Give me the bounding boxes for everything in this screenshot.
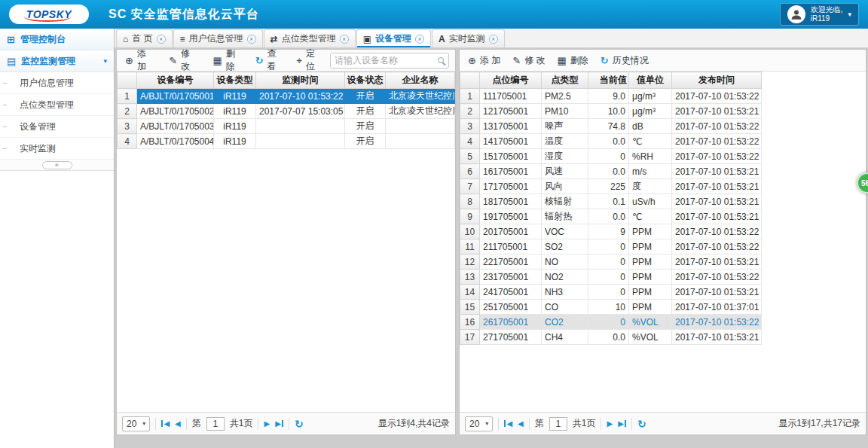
cell[interactable]: VOC xyxy=(542,224,588,239)
cell[interactable]: 2017-07-10 01:53:22 xyxy=(256,89,345,104)
search-input[interactable] xyxy=(331,55,438,66)
tab-home[interactable]: ⌂ 首 页 × xyxy=(116,29,173,47)
cell[interactable]: 131705001 xyxy=(480,119,542,134)
page-number-input[interactable]: 1 xyxy=(549,417,567,431)
cell[interactable]: %VOL xyxy=(629,330,672,345)
tab-close-icon[interactable]: × xyxy=(157,35,166,44)
cell[interactable]: 开启 xyxy=(345,89,386,104)
sidebar-item-realtime[interactable]: 实时监测 xyxy=(0,138,114,160)
table-row[interactable]: 1A/BJLT/0/1705001iR1192017-07-10 01:53:2… xyxy=(118,89,455,104)
delete-button[interactable]: ▦ 删除 xyxy=(207,46,248,75)
cell[interactable]: 0 xyxy=(588,315,629,330)
cell[interactable]: m/s xyxy=(629,164,672,179)
cell[interactable]: 北京凌天世纪控股股份有限公司 xyxy=(386,89,455,104)
cell[interactable]: 北京凌天世纪控股股份有限公司 xyxy=(386,104,455,119)
cell[interactable]: 9 xyxy=(588,224,629,239)
sidebar-item-user-info[interactable]: 用户信息管理 xyxy=(0,72,114,94)
sidebar-item-point-type[interactable]: 点位类型管理 xyxy=(0,94,114,116)
cell[interactable]: 0.1 xyxy=(588,194,629,209)
cell[interactable]: 10.0 xyxy=(588,104,629,119)
cell[interactable]: PPM xyxy=(629,285,672,300)
cell[interactable]: 开启 xyxy=(345,119,386,134)
cell[interactable]: 0.0 xyxy=(588,330,629,345)
column-header[interactable]: 设备编号 xyxy=(137,72,214,89)
refresh-icon[interactable]: ↻ xyxy=(295,418,304,430)
cell[interactable]: PPM xyxy=(629,224,672,239)
first-page-button[interactable]: ◀ xyxy=(161,419,170,428)
cell[interactable]: μg/m³ xyxy=(629,89,672,104)
cell[interactable] xyxy=(386,134,455,149)
cell[interactable]: 2017-07-10 01:53:21 xyxy=(672,164,762,179)
add-button[interactable]: ⊕ 添 加 xyxy=(120,46,162,75)
cell[interactable]: 181705001 xyxy=(480,194,542,209)
last-page-button[interactable]: ▶ xyxy=(275,419,283,428)
cell[interactable]: 2017-07-10 01:53:22 xyxy=(672,119,762,134)
cell[interactable]: 111705001 xyxy=(480,89,542,104)
cell[interactable]: 171705001 xyxy=(480,179,542,194)
table-row[interactable]: 10201705001VOC9PPM2017-07-10 01:53:22 xyxy=(460,224,762,239)
cell[interactable]: 2017-07-10 01:53:21 xyxy=(672,330,762,345)
table-row[interactable]: 3A/BJLT/0/1705003iR119开启 xyxy=(118,119,455,134)
cell[interactable]: PPM xyxy=(629,239,672,254)
page-number-input[interactable]: 1 xyxy=(206,417,225,431)
cell[interactable]: 辐射热 xyxy=(542,209,588,224)
cell[interactable]: 度 xyxy=(629,179,672,194)
cell[interactable]: 251705001 xyxy=(480,300,542,315)
table-row[interactable]: 7171705001风向225度2017-07-10 01:53:21 xyxy=(460,179,762,194)
cell[interactable]: 0.0 xyxy=(588,209,629,224)
cell[interactable]: 2017-07-10 01:53:22 xyxy=(672,149,762,164)
cell[interactable]: iR119 xyxy=(214,104,256,119)
cell[interactable]: 151705001 xyxy=(480,149,542,164)
tab-close-icon[interactable]: × xyxy=(340,35,349,44)
prev-page-button[interactable]: ◀ xyxy=(175,419,181,428)
cell[interactable]: CO2 xyxy=(542,315,588,330)
column-header[interactable]: 设备类型 xyxy=(214,72,256,89)
cell[interactable]: 核辐射 xyxy=(542,194,588,209)
column-header[interactable]: 当前值 xyxy=(588,72,629,89)
cell[interactable]: 0 xyxy=(588,149,629,164)
cell[interactable]: 2017-07-10 01:53:21 xyxy=(672,285,762,300)
refresh-icon[interactable]: ↻ xyxy=(637,418,646,430)
table-row[interactable]: 11211705001SO20PPM2017-07-10 01:53:22 xyxy=(460,239,762,254)
cell[interactable]: 10 xyxy=(588,300,629,315)
cell[interactable]: 2017-07-10 01:53:21 xyxy=(672,209,762,224)
cell[interactable] xyxy=(386,119,455,134)
cell[interactable]: %RH xyxy=(629,149,672,164)
cell[interactable]: A/BJLT/0/1705003 xyxy=(137,119,214,134)
next-page-button[interactable]: ▶ xyxy=(607,419,613,428)
cell[interactable]: 2017-07-10 01:53:22 xyxy=(672,134,762,149)
tab-close-icon[interactable]: × xyxy=(415,35,424,44)
cell[interactable]: 0.0 xyxy=(588,164,629,179)
table-row[interactable]: 2A/BJLT/0/1705002iR1192017-07-07 15:03:0… xyxy=(118,104,455,119)
cell[interactable]: dB xyxy=(629,119,672,134)
add-button[interactable]: ⊕ 添 加 xyxy=(463,53,506,69)
column-header[interactable]: 值单位 xyxy=(629,72,672,89)
cell[interactable]: CO xyxy=(542,300,588,315)
column-header[interactable]: 点类型 xyxy=(542,72,588,89)
table-row[interactable]: 9191705001辐射热0.0℃2017-07-10 01:53:21 xyxy=(460,209,762,224)
cell[interactable]: 231705001 xyxy=(480,270,542,285)
cell[interactable]: iR119 xyxy=(214,134,256,149)
user-menu[interactable]: 欢迎光临, iR119 ▾ xyxy=(780,3,859,26)
cell[interactable]: 121705001 xyxy=(480,104,542,119)
cell[interactable]: iR119 xyxy=(214,89,256,104)
column-header[interactable]: 企业名称 xyxy=(386,72,455,89)
cell[interactable]: 2017-07-10 01:53:22 xyxy=(672,224,762,239)
column-header[interactable]: 设备状态 xyxy=(345,72,386,89)
table-row[interactable]: 6161705001风速0.0m/s2017-07-10 01:53:21 xyxy=(460,164,762,179)
table-row[interactable]: 2121705001PM1010.0μg/m³2017-07-10 01:53:… xyxy=(460,104,762,119)
cell[interactable]: 温度 xyxy=(542,134,588,149)
page-size-select[interactable]: 20 ▾ xyxy=(465,416,493,431)
column-header[interactable]: 点位编号 xyxy=(480,72,542,89)
cell[interactable]: uSv/h xyxy=(629,194,672,209)
cell[interactable]: PM2.5 xyxy=(542,89,588,104)
table-row[interactable]: 3131705001噪声74.8dB2017-07-10 01:53:22 xyxy=(460,119,762,134)
cell[interactable]: 211705001 xyxy=(480,239,542,254)
cell[interactable]: 271705001 xyxy=(480,330,542,345)
cell[interactable]: %VOL xyxy=(629,315,672,330)
cell[interactable]: PPM xyxy=(629,300,672,315)
sidebar-collapse[interactable]: « xyxy=(0,160,114,171)
first-page-button[interactable]: ◀ xyxy=(504,419,512,428)
cell[interactable]: 2017-07-10 01:37:01 xyxy=(672,300,762,315)
cell[interactable] xyxy=(256,134,345,149)
